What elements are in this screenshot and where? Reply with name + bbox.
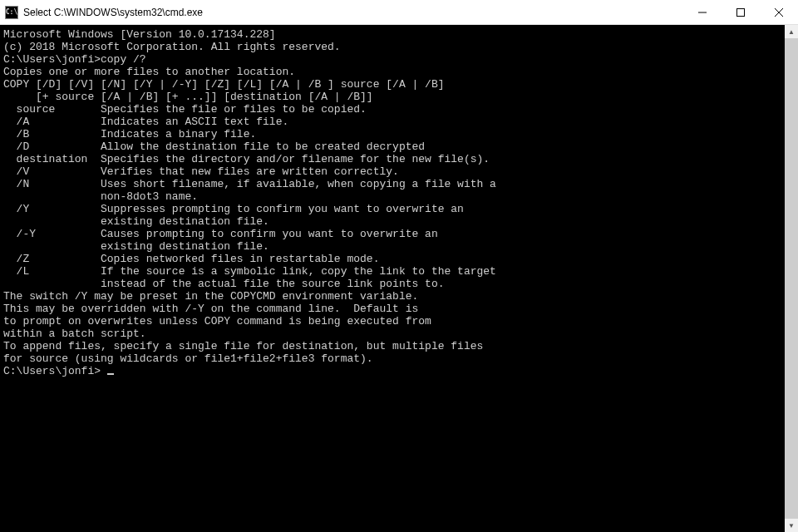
terminal-line: source Specifies the file or files to be… (3, 103, 785, 116)
terminal-line: destination Specifies the directory and/… (3, 153, 785, 165)
terminal-line: To append files, specify a single file f… (3, 340, 785, 352)
terminal-line: COPY [/D] [/V] [/N] [/Y | /-Y] [/Z] [/L]… (3, 78, 785, 91)
scroll-thumb[interactable] (785, 38, 798, 519)
terminal-line: /Z Copies networked files in restartable… (3, 253, 785, 265)
terminal-line: /B Indicates a binary file. (3, 128, 785, 140)
terminal-line: [+ source [/A | /B] [+ ...]] [destinatio… (3, 91, 785, 103)
terminal-line: for source (using wildcards or file1+fil… (3, 352, 785, 365)
terminal-line: existing destination file. (3, 215, 785, 228)
terminal-line: instead of the actual file the source li… (3, 278, 785, 290)
terminal-line: /V Verifies that new files are written c… (3, 165, 785, 178)
close-button[interactable] (760, 0, 798, 24)
cursor (107, 373, 114, 375)
svg-rect-1 (737, 8, 745, 16)
terminal-line: C:\Users\jonfi>copy /? (3, 53, 785, 66)
terminal-line: (c) 2018 Microsoft Corporation. All righ… (3, 41, 785, 53)
terminal-line: /A Indicates an ASCII text file. (3, 116, 785, 128)
terminal-line: to prompt on overwrites unless COPY comm… (3, 315, 785, 328)
minimize-button[interactable] (683, 0, 722, 24)
window-title: Select C:\WINDOWS\system32\cmd.exe (23, 7, 683, 18)
titlebar: C:\ Select C:\WINDOWS\system32\cmd.exe (0, 0, 798, 25)
cmd-icon: C:\ (5, 6, 18, 19)
terminal-line: /D Allow the destination file to be crea… (3, 140, 785, 153)
terminal-line: /L If the source is a symbolic link, cop… (3, 265, 785, 278)
maximize-button[interactable] (722, 0, 760, 24)
terminal-output[interactable]: Microsoft Windows [Version 10.0.17134.22… (0, 25, 785, 532)
scrollbar[interactable]: ▲ ▼ (785, 25, 798, 532)
terminal-line: This may be overridden with /-Y on the c… (3, 303, 785, 315)
terminal-line: /Y Suppresses prompting to confirm you w… (3, 203, 785, 215)
window-controls (683, 0, 798, 24)
terminal-line: C:\Users\jonfi> (3, 365, 785, 377)
scroll-up-icon[interactable]: ▲ (785, 25, 798, 38)
terminal-line: within a batch script. (3, 328, 785, 340)
terminal-line: Microsoft Windows [Version 10.0.17134.22… (3, 28, 785, 41)
terminal-line: /-Y Causes prompting to confirm you want… (3, 228, 785, 240)
terminal-line: Copies one or more files to another loca… (3, 66, 785, 78)
scroll-down-icon[interactable]: ▼ (785, 519, 798, 532)
terminal-line: non-8dot3 name. (3, 190, 785, 203)
terminal-wrap: Microsoft Windows [Version 10.0.17134.22… (0, 25, 798, 532)
terminal-line: existing destination file. (3, 240, 785, 253)
terminal-line: The switch /Y may be preset in the COPYC… (3, 290, 785, 303)
terminal-line: /N Uses short filename, if available, wh… (3, 178, 785, 190)
